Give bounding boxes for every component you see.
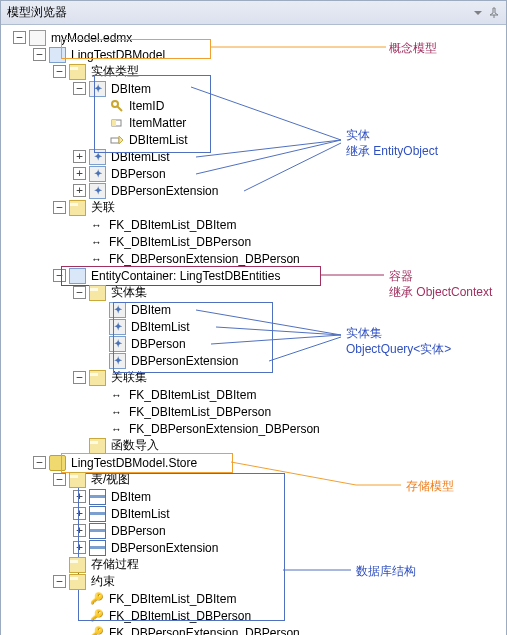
- titlebar: 模型浏览器: [1, 1, 506, 25]
- node-as-fk-b[interactable]: ↔ FK_DBItemList_DBPerson: [3, 403, 506, 420]
- node-sprocs[interactable]: 存储过程: [3, 556, 506, 573]
- folder-icon: [69, 64, 86, 80]
- tables-label: 表/视图: [89, 471, 132, 488]
- window-title: 模型浏览器: [7, 4, 67, 21]
- table-icon: [89, 489, 106, 505]
- nav-property-icon: [109, 133, 124, 147]
- node-fk-c[interactable]: ↔ FK_DBPersonExtension_DBPerson: [3, 250, 506, 267]
- svg-rect-3: [111, 138, 119, 143]
- entity-types-label: 实体类型: [89, 63, 141, 80]
- toggle-sets[interactable]: −: [73, 286, 86, 299]
- set-dbitem-label: DBItem: [129, 303, 173, 317]
- node-funcimports[interactable]: 函数导入: [3, 437, 506, 454]
- toggle-tb-dbperson[interactable]: +: [73, 524, 86, 537]
- database-icon: [49, 455, 66, 471]
- table-dbitem-label: DBItem: [109, 490, 153, 504]
- folder-icon: [69, 200, 86, 216]
- node-set-dbitemlist[interactable]: ✦ DBItemList: [3, 318, 506, 335]
- toggle-dbitem[interactable]: −: [73, 82, 86, 95]
- toggle-store[interactable]: −: [33, 456, 46, 469]
- folder-icon: [69, 574, 86, 590]
- assoc-label: 关联: [89, 199, 117, 216]
- table-icon: [89, 540, 106, 556]
- node-itemmatter[interactable]: ItemMatter: [3, 114, 506, 131]
- prop-dbitemlist-label: DBItemList: [127, 133, 190, 147]
- key-icon: 🔑: [89, 592, 104, 606]
- assocset-icon: ↔: [109, 388, 124, 402]
- node-fk-a[interactable]: ↔ FK_DBItemList_DBItem: [3, 216, 506, 233]
- set-dbperson-label: DBPerson: [129, 337, 188, 351]
- toggle-assocsets[interactable]: −: [73, 371, 86, 384]
- node-fk-b[interactable]: ↔ FK_DBItemList_DBPerson: [3, 233, 506, 250]
- itemmatter-label: ItemMatter: [127, 116, 188, 130]
- toggle-t-dbperson[interactable]: +: [73, 167, 86, 180]
- node-con-fk-a[interactable]: 🔑 FK_DBItemList_DBItem: [3, 590, 506, 607]
- toggle-tables[interactable]: −: [53, 473, 66, 486]
- toggle-constraints[interactable]: −: [53, 575, 66, 588]
- class-icon: ✦: [89, 166, 106, 182]
- table-dbpersonext-label: DBPersonExtension: [109, 541, 220, 555]
- node-dbitem[interactable]: − ✦ DBItem: [3, 80, 506, 97]
- node-store[interactable]: − LingTestDBModel.Store: [3, 454, 506, 471]
- node-table-dbperson[interactable]: + DBPerson: [3, 522, 506, 539]
- toggle-root[interactable]: −: [13, 31, 26, 44]
- node-as-fk-c[interactable]: ↔ FK_DBPersonExtension_DBPerson: [3, 420, 506, 437]
- node-assocsets[interactable]: − 关联集: [3, 369, 506, 386]
- type-dbitemlist-label: DBItemList: [109, 150, 172, 164]
- edmx-icon: [29, 30, 46, 46]
- tree: 概念模型 实体 继承 EntityObject 容器 继承 ObjectCont…: [1, 25, 506, 635]
- toggle-concept[interactable]: −: [33, 48, 46, 61]
- node-table-dbitemlist[interactable]: + DBItemList: [3, 505, 506, 522]
- folder-icon: [89, 438, 106, 454]
- node-itemid[interactable]: ItemID: [3, 97, 506, 114]
- class-icon: ✦: [89, 183, 106, 199]
- class-icon: ✦: [89, 81, 106, 97]
- concept-label: LingTestDBModel: [69, 48, 167, 62]
- toggle-tb-dbpersonext[interactable]: +: [73, 541, 86, 554]
- node-set-dbitem[interactable]: ✦ DBItem: [3, 301, 506, 318]
- anno-set2: ObjectQuery<实体>: [346, 341, 451, 358]
- toggle-t-dbitemlist[interactable]: +: [73, 150, 86, 163]
- toggle-assoc[interactable]: −: [53, 201, 66, 214]
- as-fk-b-label: FK_DBItemList_DBPerson: [127, 405, 273, 419]
- type-dbpersonext-label: DBPersonExtension: [109, 184, 220, 198]
- node-type-dbperson[interactable]: + ✦ DBPerson: [3, 165, 506, 182]
- funcimports-label: 函数导入: [109, 437, 161, 454]
- anno-container1: 容器: [389, 268, 413, 285]
- entityset-icon: ✦: [109, 353, 126, 369]
- as-fk-c-label: FK_DBPersonExtension_DBPerson: [127, 422, 322, 436]
- con-fk-b-label: FK_DBItemList_DBPerson: [107, 609, 253, 623]
- node-con-fk-b[interactable]: 🔑 FK_DBItemList_DBPerson: [3, 607, 506, 624]
- con-fk-c-label: FK_DBPersonExtension_DBPerson: [107, 626, 302, 636]
- toggle-tb-dbitem[interactable]: +: [73, 490, 86, 503]
- namespace-icon: [49, 47, 66, 63]
- assocsets-label: 关联集: [109, 369, 149, 386]
- toggle-tb-dbitemlist[interactable]: +: [73, 507, 86, 520]
- toggle-container[interactable]: −: [53, 269, 66, 282]
- table-dbperson-label: DBPerson: [109, 524, 168, 538]
- toggle-enttypes[interactable]: −: [53, 65, 66, 78]
- node-con-fk-c[interactable]: 🔑 FK_DBPersonExtension_DBPerson: [3, 624, 506, 635]
- toggle-t-dbpersonext[interactable]: +: [73, 184, 86, 197]
- node-container[interactable]: − EntityContainer: LingTestDBEntities: [3, 267, 506, 284]
- node-entity-types[interactable]: − 实体类型: [3, 63, 506, 80]
- entityset-icon: ✦: [109, 336, 126, 352]
- node-constraints[interactable]: − 约束: [3, 573, 506, 590]
- pin-icon[interactable]: [488, 7, 500, 19]
- node-as-fk-a[interactable]: ↔ FK_DBItemList_DBItem: [3, 386, 506, 403]
- anno-concept: 概念模型: [389, 40, 437, 57]
- set-dbpersonext-label: DBPersonExtension: [129, 354, 240, 368]
- container-label: EntityContainer: LingTestDBEntities: [89, 269, 282, 283]
- anno-storage: 存储模型: [406, 478, 454, 495]
- node-assoc[interactable]: − 关联: [3, 199, 506, 216]
- table-icon: [89, 523, 106, 539]
- node-type-dbpersonext[interactable]: + ✦ DBPersonExtension: [3, 182, 506, 199]
- association-icon: ↔: [89, 218, 104, 232]
- node-table-dbpersonext[interactable]: + DBPersonExtension: [3, 539, 506, 556]
- entitysets-label: 实体集: [109, 284, 149, 301]
- table-icon: [89, 506, 106, 522]
- fk-a-label: FK_DBItemList_DBItem: [107, 218, 238, 232]
- key-icon: 🔑: [89, 609, 104, 623]
- dbitem-label: DBItem: [109, 82, 153, 96]
- dropdown-icon[interactable]: [472, 7, 484, 19]
